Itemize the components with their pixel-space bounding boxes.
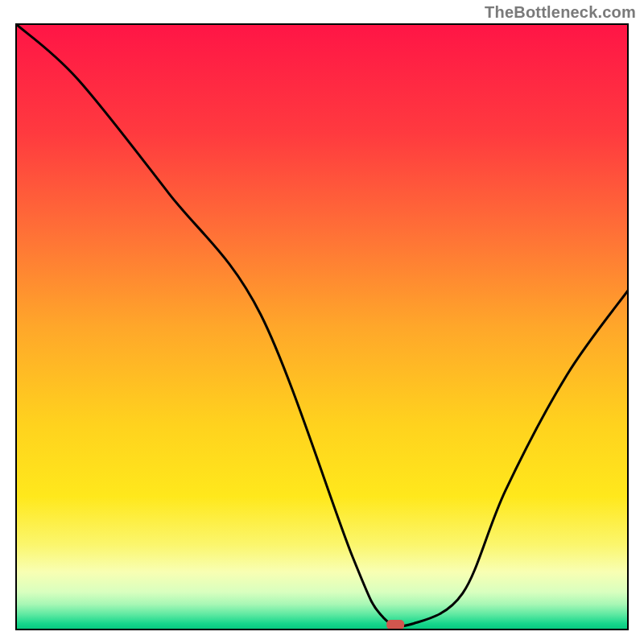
attribution-label: TheBottleneck.com (485, 3, 636, 22)
bottleneck-chart (0, 0, 644, 644)
optimal-marker (386, 620, 404, 630)
chart-container: TheBottleneck.com (0, 0, 644, 644)
